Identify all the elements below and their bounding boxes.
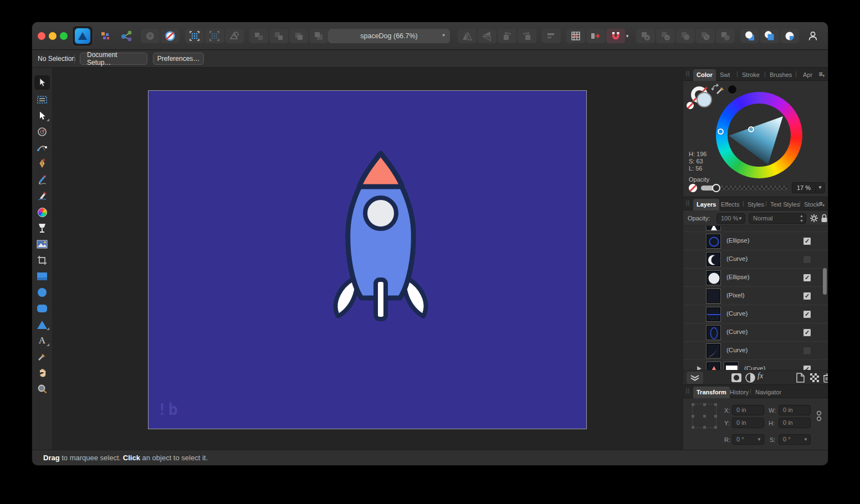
tab-styles[interactable]: Styles <box>744 199 767 210</box>
link-dimensions-icon[interactable] <box>816 410 822 423</box>
saturation-lightness-marker[interactable] <box>748 126 754 132</box>
layer-stack-button[interactable] <box>687 372 703 384</box>
canvas-workspace[interactable]: !b <box>53 68 683 450</box>
arrange-move-forward-icon[interactable] <box>249 29 268 43</box>
layer-row[interactable]: (Ellipse) <box>683 232 828 250</box>
delete-layer-trash-icon[interactable] <box>823 373 828 383</box>
pixel-grid-icon[interactable] <box>566 29 585 43</box>
account-person-icon[interactable] <box>803 29 822 43</box>
blend-mode-dropdown[interactable]: Normal▲▼ <box>749 213 806 224</box>
close-window-button[interactable] <box>38 32 45 40</box>
color-wheel[interactable] <box>716 92 802 178</box>
pen-tool[interactable] <box>34 158 50 170</box>
opacity-slider-knob[interactable] <box>712 184 720 192</box>
vector-brush-tool[interactable] <box>34 190 50 202</box>
layer-thumbnail[interactable] <box>707 289 720 303</box>
layer-row[interactable]: (Curve) <box>683 305 828 323</box>
place-image-tool[interactable] <box>34 238 50 250</box>
panel-grip[interactable]: || <box>686 388 690 394</box>
app-mosaic-icon[interactable] <box>96 29 115 43</box>
rotation-field[interactable]: 0 °▼ <box>732 434 764 445</box>
new-pixel-layer-icon[interactable] <box>810 373 819 382</box>
panel-grip[interactable]: || <box>686 200 690 206</box>
snapping-magnet-icon[interactable] <box>606 29 625 43</box>
layer-visibility-checkbox[interactable] <box>803 237 811 245</box>
layer-thumbnail[interactable] <box>724 362 738 371</box>
flip-vertical-icon[interactable] <box>478 29 496 43</box>
symbol-detach-icon[interactable] <box>161 29 180 43</box>
layer-row[interactable]: (Pixel) <box>683 287 828 305</box>
layer-row-partial[interactable] <box>683 226 828 232</box>
point-transform-tool[interactable] <box>34 126 50 138</box>
artboard-tool[interactable] <box>34 94 50 106</box>
boolean-intersect-icon[interactable] <box>676 29 695 43</box>
snap-grid-on-icon[interactable] <box>185 29 204 43</box>
shear-field[interactable]: 0 °▼ <box>779 434 811 445</box>
snapping-options-caret[interactable]: ▾ <box>623 29 632 43</box>
shape-builder-icon[interactable] <box>225 29 244 43</box>
pen-node-tool[interactable] <box>34 142 50 154</box>
tab-stroke[interactable]: Stroke <box>739 69 763 81</box>
move-tool[interactable] <box>34 75 50 90</box>
y-field[interactable]: 0 in <box>732 418 764 428</box>
panel-menu-icon[interactable]: ≡ <box>818 200 825 208</box>
boolean-combine-icon[interactable] <box>716 29 735 43</box>
color-picker-tool[interactable] <box>34 351 50 363</box>
tab-layers[interactable]: Layers <box>693 199 719 210</box>
symbol-sync-icon[interactable] <box>141 29 160 43</box>
zoom-tool[interactable] <box>34 383 50 395</box>
w-field[interactable]: 0 in <box>779 405 811 415</box>
arrange-to-front-icon[interactable] <box>289 29 308 43</box>
tab-effects[interactable]: Effects <box>718 199 743 210</box>
no-color-swatch[interactable] <box>687 102 694 109</box>
rounded-rectangle-tool[interactable] <box>34 302 50 315</box>
panel-menu-icon[interactable]: ≡ <box>818 70 825 78</box>
layer-thumbnail[interactable] <box>707 307 720 321</box>
opacity-none-icon[interactable] <box>689 184 697 192</box>
opacity-value-field[interactable]: 17 %▼ <box>792 182 825 193</box>
node-tool[interactable] <box>34 110 50 122</box>
corner-tool[interactable] <box>34 206 50 218</box>
layer-visibility-checkbox[interactable] <box>803 255 811 264</box>
document-canvas[interactable]: !b <box>148 90 587 429</box>
adjustment-layer-icon[interactable] <box>745 373 755 383</box>
share-icon[interactable] <box>117 29 136 43</box>
artistic-text-tool[interactable]: A <box>34 335 50 347</box>
tab-brushes[interactable]: Brushes <box>766 69 795 81</box>
layer-thumbnail[interactable] <box>707 362 720 371</box>
insert-behind-icon[interactable] <box>740 29 759 43</box>
color-triangle[interactable] <box>728 104 791 167</box>
triangle-tool[interactable] <box>34 318 50 331</box>
tab-transform[interactable]: Transform <box>693 387 730 398</box>
ellipse-tool[interactable] <box>34 286 50 299</box>
rocket-illustration[interactable] <box>149 91 587 430</box>
fill-gradient-tool[interactable] <box>34 222 50 234</box>
rotate-cw-icon[interactable] <box>518 29 536 43</box>
zoom-window-button[interactable] <box>60 32 68 40</box>
layer-row[interactable]: (Curve) <box>683 250 828 269</box>
layer-visibility-checkbox[interactable] <box>803 274 811 282</box>
arrange-move-backward-icon[interactable] <box>269 29 288 43</box>
layer-thumbnail[interactable] <box>707 253 720 266</box>
blend-options-gear-icon[interactable] <box>810 214 818 223</box>
picked-color-well[interactable] <box>728 85 737 94</box>
document-setup-button[interactable]: Document Setup… <box>80 53 147 65</box>
layer-row[interactable]: (Curve) <box>683 342 828 360</box>
boolean-subtract-icon[interactable]: − <box>656 29 675 43</box>
opacity-caret-icon[interactable]: ▼ <box>815 183 825 193</box>
snap-grid-off-icon[interactable] <box>205 29 224 43</box>
layers-scrollbar-thumb[interactable] <box>823 268 827 295</box>
h-field[interactable]: 0 in <box>779 418 811 428</box>
x-field[interactable]: 0 in <box>732 405 764 415</box>
insert-inside-icon[interactable] <box>780 29 799 43</box>
rotate-ccw-icon[interactable] <box>498 29 516 43</box>
preferences-button[interactable]: Preferences… <box>153 53 204 65</box>
mask-layer-icon[interactable] <box>731 373 742 383</box>
layers-opacity-dropdown[interactable]: 100 %▼ <box>716 213 745 224</box>
alignment-icon[interactable] <box>542 29 561 43</box>
layer-thumbnail[interactable] <box>707 326 720 340</box>
crop-tool[interactable] <box>34 254 50 266</box>
boolean-divide-icon[interactable] <box>696 29 715 43</box>
arrange-to-back-icon[interactable] <box>309 29 328 43</box>
anchor-point-selector[interactable] <box>692 404 716 428</box>
